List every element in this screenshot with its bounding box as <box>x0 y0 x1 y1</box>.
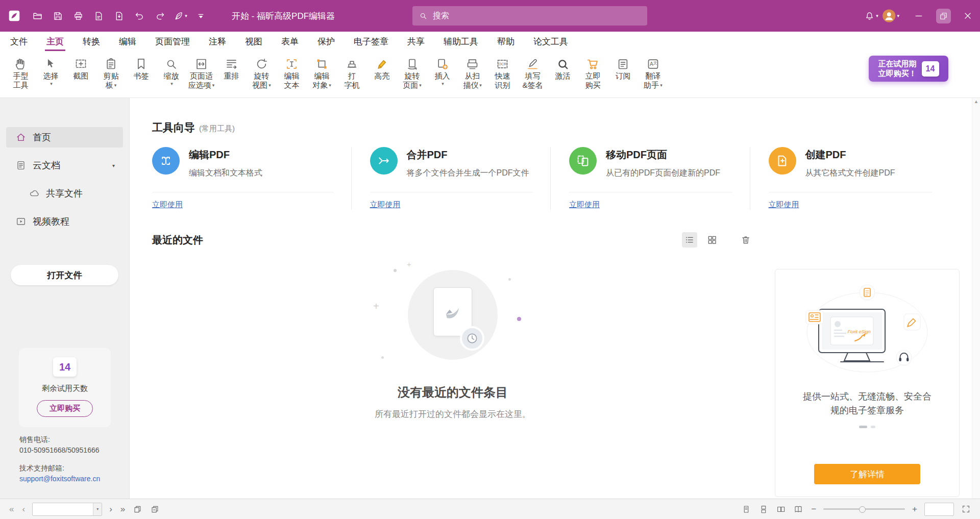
single-page-view-button[interactable] <box>741 504 752 515</box>
ribbon-reflow-button[interactable]: 重排 <box>217 55 246 90</box>
split-view-button[interactable] <box>150 504 161 515</box>
undo-button[interactable] <box>131 7 148 24</box>
print-button[interactable] <box>69 7 87 24</box>
export-document-button[interactable] <box>110 7 128 24</box>
tool-cards: 编辑PDF编辑文档和文本格式立即使用合并PDF将多个文件合并生成一个PDF文件立… <box>152 147 949 210</box>
page-number-input[interactable] <box>33 503 93 515</box>
ribbon-snapshot-button[interactable]: 截图 <box>66 55 95 90</box>
ribbon-clipboard-button[interactable]: 剪贴板▾ <box>96 55 126 90</box>
chevron-down-icon[interactable]: ▾ <box>112 163 115 168</box>
fullscreen-button[interactable] <box>960 503 972 515</box>
tool-card-edit-pdf[interactable]: 编辑PDF编辑文档和文本格式立即使用 <box>152 147 352 210</box>
menu-item-view[interactable]: 视图 <box>245 32 262 51</box>
carousel-dot[interactable] <box>871 426 875 428</box>
tool-card-create-pdf[interactable]: 创建PDF从其它格式文件创建PDF立即使用 <box>750 147 950 210</box>
ribbon-quick-ocr-button[interactable]: OCR快速识别 <box>488 55 517 90</box>
buy-now-button[interactable]: 立即购买 <box>37 400 93 417</box>
redo-button[interactable] <box>151 7 168 24</box>
ribbon-button-label: 页面适 <box>190 71 213 81</box>
ribbon-rotate-view-button[interactable]: 旋转视图▾ <box>247 55 276 90</box>
sidebar-item-video-tutorials[interactable]: 视频教程 <box>6 211 123 232</box>
menu-item-convert[interactable]: 转换 <box>83 32 100 51</box>
restore-button[interactable] <box>931 0 955 32</box>
menu-item-file[interactable]: 文件 <box>10 32 28 51</box>
ribbon-hand-tool-button[interactable]: 手型工具 <box>6 55 35 90</box>
sidebar-item-cloud-docs[interactable]: 云文档▾ <box>6 155 123 176</box>
open-file-toolbar-button[interactable] <box>29 7 46 24</box>
page-input-caret-icon[interactable]: ▾ <box>93 503 102 515</box>
minimize-button[interactable] <box>906 0 931 32</box>
ribbon-insert-button[interactable]: 插入▾ <box>428 55 457 90</box>
account-avatar-button[interactable]: ▾ <box>882 7 899 24</box>
duplicate-view-button[interactable] <box>132 504 143 515</box>
carousel-dot-active[interactable] <box>859 426 867 428</box>
ribbon-edit-object-button[interactable]: 编辑对象▾ <box>307 55 336 90</box>
search-input[interactable] <box>433 11 641 20</box>
prev-page-button[interactable]: ‹ <box>21 504 26 514</box>
first-page-button[interactable]: « <box>8 504 15 514</box>
customize-toolbar-button[interactable] <box>192 7 209 24</box>
menu-item-edit[interactable]: 编辑 <box>119 32 136 51</box>
menu-item-home[interactable]: 主页 <box>46 32 64 51</box>
menu-item-label: 表单 <box>281 36 299 47</box>
facing-view-button[interactable] <box>775 504 787 515</box>
menu-item-comment[interactable]: 注释 <box>209 32 226 51</box>
ribbon-edit-text-button[interactable]: 编辑文本 <box>277 55 306 90</box>
menu-item-protect[interactable]: 保护 <box>317 32 335 51</box>
ribbon-select-button[interactable]: 选择▾ <box>36 55 65 90</box>
tool-card-move-pdf-pages[interactable]: 移动PDF页面从已有的PDF页面创建新的PDF立即使用 <box>551 147 750 210</box>
ribbon-fill-sign-button[interactable]: 填写&签名 <box>518 55 547 90</box>
continuous-view-button[interactable] <box>758 504 769 515</box>
trial-badge[interactable]: 正在试用期 立即购买！ 14 <box>869 56 948 82</box>
book-view-button[interactable] <box>793 504 804 515</box>
zoom-out-button[interactable]: − <box>810 504 817 514</box>
sidebar-item-home[interactable]: 首页 <box>6 127 123 147</box>
ribbon-from-scanner-button[interactable]: 从扫描仪▾ <box>458 55 487 90</box>
save-as-button[interactable] <box>90 7 107 24</box>
clear-recent-button[interactable] <box>738 232 753 248</box>
menu-item-form[interactable]: 表单 <box>281 32 299 51</box>
ribbon-subscribe-button[interactable]: 订阅 <box>608 55 638 90</box>
list-view-button[interactable] <box>682 232 697 248</box>
zoom-in-button[interactable]: + <box>911 504 918 514</box>
ribbon-typewriter-button[interactable]: 打字机 <box>337 55 366 90</box>
search-box[interactable] <box>412 6 647 26</box>
document-pen-icon <box>93 11 104 21</box>
esign-quick-button[interactable]: ▾ <box>172 7 189 24</box>
next-page-button[interactable]: › <box>108 504 113 514</box>
card-use-now-link[interactable]: 立即使用 <box>569 200 600 209</box>
zoom-percent-input[interactable] <box>924 503 954 516</box>
notifications-button[interactable]: ▾ <box>863 7 880 24</box>
ribbon-activate-button[interactable]: 激活 <box>548 55 577 90</box>
ribbon-fit-options-button[interactable]: 页面适应选项▾ <box>187 55 216 90</box>
ribbon-buy-now-button[interactable]: 立即购买 <box>578 55 607 90</box>
ribbon-bookmark-button[interactable]: 书签 <box>127 55 156 90</box>
scroll-up-arrow-icon[interactable]: ▲ <box>974 99 978 104</box>
grid-view-button[interactable] <box>704 232 720 248</box>
sidebar-item-shared-files[interactable]: 共享文件 <box>6 183 123 204</box>
ribbon-zoom-button[interactable]: 缩放▾ <box>157 55 186 90</box>
last-page-button[interactable]: » <box>119 504 126 514</box>
zoom-slider-knob[interactable] <box>859 506 866 513</box>
learn-more-button[interactable]: 了解详情 <box>814 464 920 484</box>
tool-card-merge-pdf[interactable]: 合并PDF将多个文件合并生成一个PDF文件立即使用 <box>352 147 551 210</box>
menu-item-accessibility[interactable]: 辅助工具 <box>444 32 478 51</box>
save-button[interactable] <box>49 7 66 24</box>
menu-item-paper-tools[interactable]: 论文工具 <box>533 32 568 51</box>
open-file-button[interactable]: 打开文件 <box>11 265 118 285</box>
menu-item-esign[interactable]: 电子签章 <box>354 32 388 51</box>
card-use-now-link[interactable]: 立即使用 <box>152 200 183 209</box>
card-use-now-link[interactable]: 立即使用 <box>370 200 401 209</box>
zoom-slider[interactable] <box>823 503 905 516</box>
support-email-link[interactable]: support@foxitsoftware.cn <box>19 475 100 483</box>
menu-item-page-manage[interactable]: 页面管理 <box>155 32 190 51</box>
ribbon-rotate-pages-button[interactable]: 旋转页面▾ <box>398 55 427 90</box>
ribbon-highlight-button[interactable]: 高亮 <box>368 55 397 90</box>
menu-item-help[interactable]: 帮助 <box>497 32 514 51</box>
fill-sign-icon <box>526 57 540 71</box>
close-button[interactable] <box>955 0 980 32</box>
content-scrollbar[interactable]: ▲ <box>972 98 980 499</box>
card-use-now-link[interactable]: 立即使用 <box>769 200 799 209</box>
ribbon-translate-button[interactable]: A文翻译助手▾ <box>639 55 668 90</box>
menu-item-share[interactable]: 共享 <box>407 32 425 51</box>
